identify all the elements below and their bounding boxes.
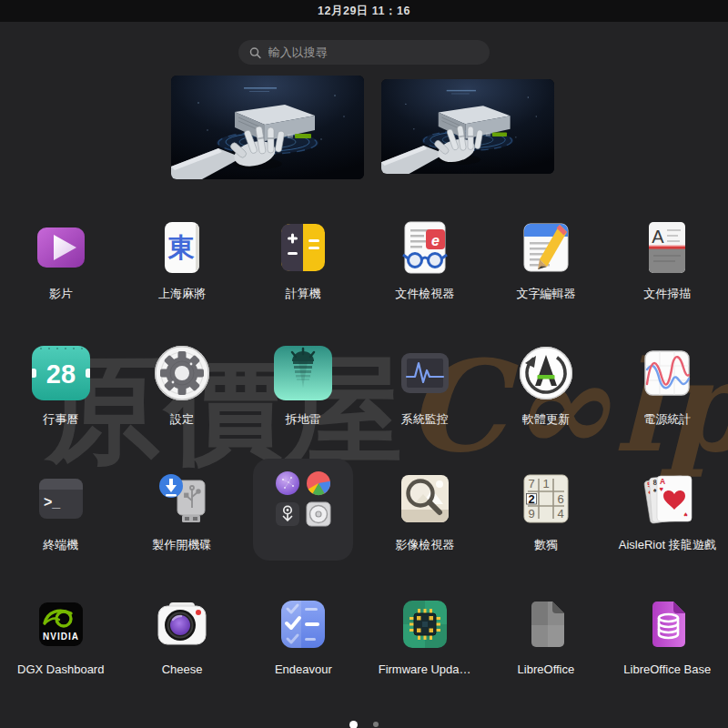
app-label: LibreOffice xyxy=(518,662,575,676)
app-firmware-updater[interactable]: Firmware Upda… xyxy=(366,595,484,676)
page-indicator xyxy=(0,718,728,728)
svg-text:6: 6 xyxy=(557,492,563,506)
app-label: 行事曆 xyxy=(43,411,78,428)
calculator-icon xyxy=(274,218,332,277)
sudoku-icon: 7 1 6 9 4 2 xyxy=(517,470,575,528)
svg-text:A: A xyxy=(652,227,665,247)
app-libreoffice[interactable]: LibreOffice xyxy=(487,595,605,676)
page-dot-2[interactable] xyxy=(373,722,379,728)
app-document-viewer[interactable]: e 文件檢視器 xyxy=(366,218,484,302)
tweak-tool-icon xyxy=(275,501,300,527)
app-startup-disk-creator[interactable]: 製作開機碟 xyxy=(123,470,241,553)
app-label: Firmware Upda… xyxy=(379,662,471,676)
usage-orb-icon xyxy=(275,470,300,496)
search-input[interactable] xyxy=(268,46,479,59)
app-settings[interactable]: 設定 xyxy=(123,344,241,428)
app-sudoku[interactable]: 7 1 6 9 4 2 數獨 xyxy=(487,470,605,553)
text-editor-icon xyxy=(517,218,575,277)
app-label: AisleRiot 接龍遊戲 xyxy=(619,537,716,553)
app-label: 影像檢視器 xyxy=(395,537,454,553)
calendar-icon: 28 xyxy=(32,344,90,402)
svg-text:東: 東 xyxy=(167,233,195,262)
mahjongg-icon: 東 xyxy=(153,218,211,277)
app-label: 設定 xyxy=(170,411,194,428)
document-scanner-icon: A xyxy=(638,218,696,277)
app-calculator[interactable]: 計算機 xyxy=(244,218,362,302)
cheese-icon xyxy=(153,595,211,653)
app-label: 軟體更新 xyxy=(522,411,570,428)
app-label: 電源統計 xyxy=(643,411,691,428)
svg-text:♥: ♥ xyxy=(660,485,664,493)
libreoffice-base-icon xyxy=(638,595,696,653)
dgx-dashboard-icon: NVIDIA xyxy=(32,595,90,653)
pie-chart-icon xyxy=(306,470,331,496)
app-label: 文件檢視器 xyxy=(395,286,454,302)
document-viewer-icon: e xyxy=(396,218,454,277)
app-label: 數獨 xyxy=(534,537,558,553)
app-terminal[interactable]: >_ 終端機 xyxy=(2,470,120,553)
app-software-updater[interactable]: 軟體更新 xyxy=(487,344,605,428)
libreoffice-icon xyxy=(517,595,575,653)
app-label: Cheese xyxy=(162,662,203,676)
app-aisleriot[interactable]: 5 ♦ 8 ♠ A ♥ ♥ AisleRiot 接龍遊戲 xyxy=(608,470,726,553)
app-mahjongg[interactable]: 東 上海麻將 xyxy=(123,218,241,302)
utilities-folder-icon xyxy=(274,470,332,528)
endeavour-icon xyxy=(274,595,332,653)
app-calendar[interactable]: 28 行事曆 xyxy=(2,344,120,428)
svg-text:7: 7 xyxy=(528,477,534,490)
window-thumbnail-2[interactable] xyxy=(381,79,554,174)
app-videos[interactable]: 影片 xyxy=(2,218,120,302)
svg-text:e: e xyxy=(431,233,440,248)
svg-text:>_: >_ xyxy=(44,494,61,510)
app-document-scanner[interactable]: A 文件掃描 xyxy=(608,218,726,302)
terminal-icon: >_ xyxy=(32,470,90,528)
app-label: DGX Dashboard xyxy=(17,662,104,676)
window-thumbnail-1[interactable] xyxy=(171,76,364,179)
disks-icon xyxy=(306,501,331,527)
app-label: 文件掃描 xyxy=(643,286,691,302)
app-label: 拆地雷 xyxy=(286,411,321,428)
svg-text:9: 9 xyxy=(528,507,534,521)
app-power-statistics[interactable]: 電源統計 xyxy=(608,344,726,428)
system-monitor-icon xyxy=(396,344,454,402)
app-dgx-dashboard[interactable]: NVIDIA DGX Dashboard xyxy=(2,595,120,676)
power-statistics-icon xyxy=(638,344,696,402)
app-endeavour[interactable]: Endeavour xyxy=(244,595,362,676)
app-folder-utilities[interactable]: 公用程式 xyxy=(244,470,362,553)
app-label: LibreOffice Base xyxy=(623,662,711,676)
software-updater-icon xyxy=(517,344,575,402)
search-bar[interactable] xyxy=(238,40,490,65)
videos-icon xyxy=(32,218,90,277)
top-bar: 12月29日 11：16 xyxy=(0,0,728,22)
app-grid: 影片 東 上海麻將 計算機 e xyxy=(0,218,728,676)
svg-text:NVIDIA: NVIDIA xyxy=(43,632,79,642)
aisleriot-icon: 5 ♦ 8 ♠ A ♥ ♥ xyxy=(638,470,696,528)
app-mines[interactable]: 拆地雷 xyxy=(244,344,362,428)
app-label: 製作開機碟 xyxy=(153,537,212,553)
app-cheese[interactable]: Cheese xyxy=(123,595,241,676)
startup-disk-creator-icon xyxy=(153,470,211,528)
app-label: 計算機 xyxy=(286,286,321,302)
svg-text:28: 28 xyxy=(46,359,76,389)
firmware-updater-icon xyxy=(396,595,454,653)
svg-text:1: 1 xyxy=(542,477,549,490)
search-area xyxy=(0,40,728,65)
page-dot-1[interactable] xyxy=(349,721,358,728)
svg-text:♥: ♥ xyxy=(683,511,688,519)
app-label: 上海麻將 xyxy=(158,286,206,302)
app-system-monitor[interactable]: 系統監控 xyxy=(366,344,484,428)
clock[interactable]: 12月29日 11：16 xyxy=(318,4,410,19)
settings-icon xyxy=(153,344,211,402)
app-label: 影片 xyxy=(49,286,73,302)
app-image-viewer[interactable]: 影像檢視器 xyxy=(366,470,484,553)
mines-icon xyxy=(274,344,332,402)
app-label: 文字編輯器 xyxy=(516,286,575,302)
svg-text:4: 4 xyxy=(557,507,563,521)
search-icon xyxy=(249,46,261,59)
svg-text:2: 2 xyxy=(528,492,534,506)
app-text-editor[interactable]: 文字編輯器 xyxy=(487,218,605,302)
app-libreoffice-base[interactable]: LibreOffice Base xyxy=(608,595,726,676)
app-label: 系統監控 xyxy=(401,411,449,428)
app-label: 終端機 xyxy=(43,537,78,553)
app-label: Endeavour xyxy=(275,662,332,676)
